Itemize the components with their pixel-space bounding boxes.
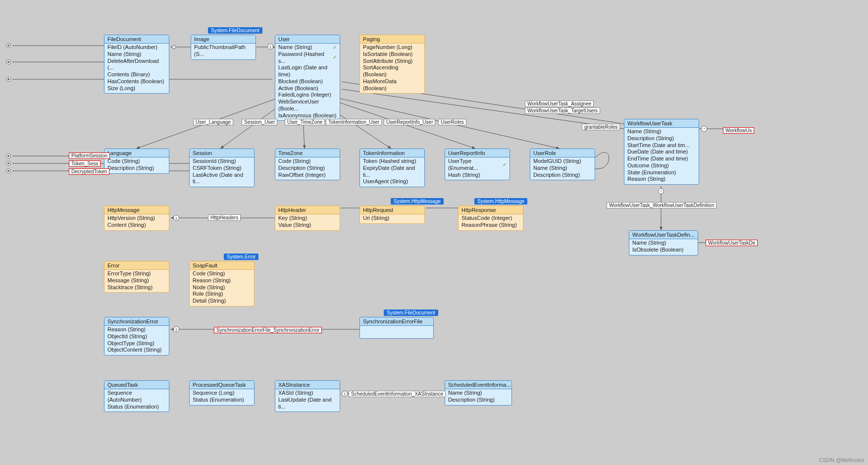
entity-syncerrorfile[interactable]: SynchronizationErrorFile <box>359 317 434 339</box>
attr-row: Reason (String) <box>627 176 696 183</box>
attr-row: ReasonPhrase (String) <box>461 222 520 229</box>
multiplicity-icon: * <box>658 188 664 194</box>
entity-filedocument[interactable]: FileDocument FileID (AutoNumber) Name (S… <box>104 35 169 94</box>
entity-title: Language <box>104 149 169 157</box>
attr-row: CSRFToken (String) <box>193 165 251 172</box>
attr-row: UserType (Enumerat...✓ <box>448 158 507 172</box>
entity-httpresponse[interactable]: HttpResponse StatusCode (Integer)ReasonP… <box>458 206 523 231</box>
attr-row: XASId (String) <box>278 390 337 397</box>
watermark: CSDN @Methodot <box>819 457 864 463</box>
entity-title: QueuedTask <box>104 381 169 389</box>
entity-syncerror[interactable]: SynchronizationError Reason (String)Obje… <box>104 317 169 356</box>
entity-userreportinfo[interactable]: UserReportInfo UserType (Enumerat...✓ Ha… <box>445 149 510 180</box>
entity-title: SoapFault <box>190 261 254 270</box>
attr-row: Name (String) <box>533 165 592 172</box>
entity-httpmessage[interactable]: HttpMessage HttpVersion (String)Content … <box>104 206 169 231</box>
attr-row: DueDate (Date and time) <box>627 149 696 155</box>
attr-row: Description (String) <box>627 135 696 142</box>
entity-body: PageNumber (Long) IsSortable (Boolean) S… <box>360 44 424 93</box>
entity-language[interactable]: Language Code (String)Description (Strin… <box>104 149 169 174</box>
attr-row: Active (Boolean) <box>278 85 337 92</box>
entity-title: SynchronizationErrorFile <box>360 317 433 326</box>
attr-row: WebServiceUser (Boole... <box>278 99 337 112</box>
attr-row: DeleteAfterDownload (... <box>107 58 166 72</box>
entity-title: ScheduledEventInforma... <box>445 381 511 389</box>
entity-soapfault[interactable]: SoapFault Code (String)Reason (String)No… <box>189 261 255 307</box>
attr-row: Uri (String) <box>363 215 421 222</box>
entity-httprequest[interactable]: HttpRequest Uri (String) <box>359 206 425 224</box>
entity-title: HttpResponse <box>459 206 523 214</box>
entity-httpheader[interactable]: HttpHeader Key (String)Value (String) <box>275 206 340 231</box>
assoc-user-language: User_Language <box>193 119 233 125</box>
assoc-workflowusertask-assignee: WorkflowUserTask_Assignee <box>525 101 594 107</box>
attr-row: SortAttribute (String) <box>363 58 421 65</box>
entity-paging[interactable]: Paging PageNumber (Long) IsSortable (Boo… <box>359 35 425 94</box>
entity-userrole[interactable]: UserRole ModelGUID (String)Name (String)… <box>530 149 595 180</box>
entity-queuedtask[interactable]: QueuedTask Sequence (AutoNumber)Status (… <box>104 380 169 412</box>
entity-title: UserReportInfo <box>445 149 510 157</box>
anchor-icon <box>6 154 11 158</box>
attr-row: Message (String) <box>107 277 166 284</box>
attr-row: Name (String) <box>107 51 166 58</box>
attr-row: ObjectType (String) <box>107 340 166 347</box>
entity-title: Paging <box>360 35 424 44</box>
entity-title: WorkflowUserTask <box>624 119 699 128</box>
entity-body: FileID (AutoNumber) Name (String) Delete… <box>104 44 169 93</box>
attr-row: LastLogin (Date and time) <box>278 64 337 78</box>
entity-timezone[interactable]: TimeZone Code (String)Description (Strin… <box>275 149 340 180</box>
entity-title: XASInstance <box>275 381 340 389</box>
attr-row: Role (String) <box>193 291 251 298</box>
entity-workflowusertaskdef[interactable]: WorkflowUserTaskDefin... Name (String)Is… <box>629 230 698 256</box>
attr-row: Description (String) <box>278 165 337 172</box>
attr-row: ObjectContent (String) <box>107 347 166 354</box>
entity-tokeninformation[interactable]: TokenInformation Token (Hashed string)Ex… <box>359 149 425 187</box>
attr-row: Status (Enumeration) <box>193 397 251 404</box>
attr-row: Reason (String) <box>107 326 166 333</box>
assoc-decryptedtoken: DecryptedToken <box>69 168 109 175</box>
attr-row: Outcome (String) <box>627 162 696 169</box>
attr-row: RawOffset (Integer) <box>278 172 337 179</box>
anchor-icon <box>6 43 11 48</box>
check-icon: ✓ <box>503 162 507 168</box>
attr-row: Description (String) <box>107 165 166 172</box>
entity-workflowusertask[interactable]: WorkflowUserTask Name (String) Descripti… <box>624 119 699 185</box>
entity-user[interactable]: User Name (String)✓ Password (Hashed s..… <box>275 35 340 121</box>
attr-row: Value (String) <box>278 222 337 229</box>
badge-system-httpmessage: System.HttpMessage <box>474 198 527 205</box>
anchor-icon <box>6 168 11 173</box>
assoc-scheduledeventinfo-xas: ScheduledEventInformation_XASInstance <box>349 391 446 397</box>
attr-row: Detail (String) <box>193 298 251 305</box>
entity-scheduledeventinfo[interactable]: ScheduledEventInforma... Name (String)De… <box>445 380 512 406</box>
attr-row: ModelGUID (String) <box>533 158 592 165</box>
entity-title: WorkflowUserTaskDefin... <box>629 231 698 239</box>
entity-title: HttpRequest <box>360 206 424 214</box>
badge-system-filedocument: System.FileDocument <box>208 27 262 34</box>
attr-row: Status (Enumeration) <box>107 404 166 411</box>
assoc-workflowus: WorkflowUs <box>723 127 754 134</box>
attr-row: IsSortable (Boolean) <box>363 51 421 58</box>
assoc-userreportinfo-user: UserReportInfo_User <box>384 119 435 125</box>
entity-title: ProcessedQueueTask <box>190 381 254 389</box>
attr-row: StatusCode (Integer) <box>461 215 520 222</box>
attr-row: IsAnonymous (Boolean) <box>278 112 337 119</box>
assoc-grantableroles: grantableRoles <box>582 124 620 130</box>
attr-row: FileID (AutoNumber) <box>107 44 166 51</box>
entity-xasinstance[interactable]: XASInstance XASId (String)LastUpdate (Da… <box>275 380 340 412</box>
attr-row: LastUpdate (Date and ti... <box>278 397 337 411</box>
entity-body: PublicThumbnailPath (S... <box>191 44 255 59</box>
attr-row: HasContents (Boolean) <box>107 78 166 85</box>
attr-row: Description (String) <box>533 172 592 179</box>
entity-image[interactable]: Image PublicThumbnailPath (S... <box>191 35 256 60</box>
entity-processedqueuetask[interactable]: ProcessedQueueTask Sequence (Long)Status… <box>189 380 255 406</box>
attr-row: Content (String) <box>107 222 166 229</box>
multiplicity-icon: 1 <box>173 215 179 221</box>
attr-row: Name (String) <box>627 128 696 135</box>
attr-row: Password (Hashed s...✓ <box>278 51 337 65</box>
assoc-workflowusertaskde: WorkflowUserTaskDe <box>706 240 758 246</box>
assoc-userroles: UserRoles <box>438 119 466 125</box>
attr-row: Contents (Binary) <box>107 71 166 78</box>
entity-session[interactable]: Session SessionId (String)CSRFToken (Str… <box>189 149 255 187</box>
attr-row: Reason (String) <box>193 277 251 284</box>
attr-row: HasMoreData (Boolean) <box>363 78 421 92</box>
entity-error[interactable]: Error ErrorType (String)Message (String)… <box>104 261 169 293</box>
